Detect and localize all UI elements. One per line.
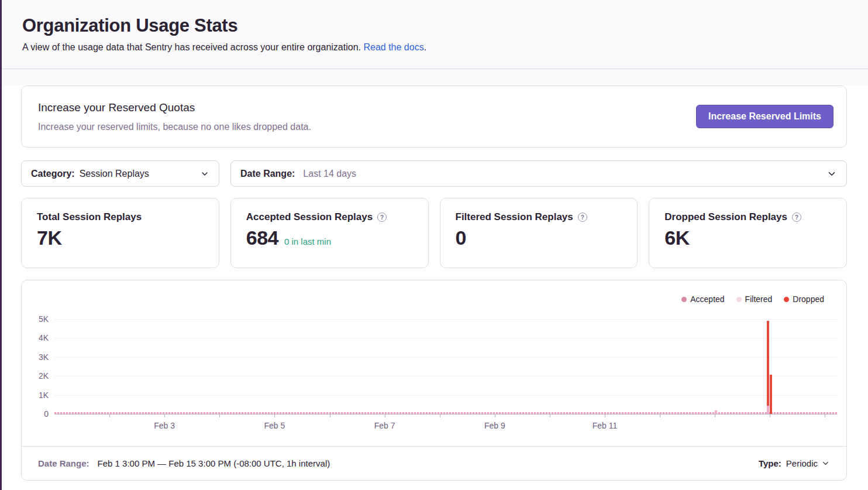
date-range-select-value: Last 14 days bbox=[303, 169, 356, 179]
reserved-quotas-description: Increase your reserved limits, because n… bbox=[38, 122, 311, 132]
scorecards-row: Total Session Replays 7K Accepted Sessio… bbox=[21, 198, 847, 268]
scorecard-value: 0 bbox=[456, 227, 466, 249]
gridline bbox=[54, 376, 837, 376]
scorecard-title: Total Session Replays bbox=[37, 211, 142, 223]
dropped-dot-icon bbox=[784, 297, 789, 302]
legend-label: Filtered bbox=[745, 294, 773, 304]
dropped-bar bbox=[770, 375, 772, 414]
help-icon[interactable]: ? bbox=[377, 213, 387, 222]
x-axis-tick bbox=[440, 414, 440, 417]
x-axis-tick bbox=[330, 414, 330, 417]
page-header: Organization Usage Stats A view of the u… bbox=[0, 0, 868, 69]
scorecard-value: 7K bbox=[37, 227, 61, 249]
usage-chart: Accepted Filtered Dropped 01K2K3K4K5KFeb… bbox=[22, 280, 846, 446]
reserved-quotas-banner: Increase your Reserved Quotas Increase y… bbox=[21, 85, 847, 148]
x-axis-tick bbox=[219, 414, 220, 417]
filtered-dot-icon bbox=[736, 297, 742, 302]
scorecard-title: Accepted Session Replays bbox=[246, 211, 373, 223]
reserved-quotas-title: Increase your Reserved Quotas bbox=[38, 101, 311, 114]
gridline bbox=[54, 395, 837, 396]
x-axis-tick bbox=[605, 414, 605, 417]
x-axis-tick bbox=[385, 414, 385, 417]
footer-type-label: Type: bbox=[759, 458, 781, 468]
scorecard-dropped: Dropped Session Replays ? 6K bbox=[649, 198, 847, 268]
scorecard-trend: 0 in last min bbox=[284, 237, 331, 246]
x-axis-label: Feb 11 bbox=[593, 421, 618, 430]
accepted-baseline-bars bbox=[54, 412, 837, 414]
accepted-dot-icon bbox=[681, 297, 687, 302]
y-axis-label: 0 bbox=[25, 409, 49, 419]
increase-reserved-limits-button[interactable]: Increase Reserved Limits bbox=[696, 105, 833, 128]
chevron-down-icon bbox=[821, 459, 830, 468]
legend-item-filtered[interactable]: Filtered bbox=[736, 294, 773, 304]
subtitle-period: . bbox=[424, 42, 426, 52]
x-axis-label: Feb 3 bbox=[154, 421, 175, 430]
gridline bbox=[54, 319, 837, 320]
usage-chart-card: Accepted Filtered Dropped 01K2K3K4K5KFeb… bbox=[21, 280, 847, 481]
x-axis-label: Feb 9 bbox=[484, 421, 505, 430]
chevron-down-icon bbox=[826, 169, 837, 179]
footer-type-value: Periodic bbox=[786, 458, 818, 468]
scorecard-title: Dropped Session Replays bbox=[664, 211, 787, 223]
chevron-down-icon bbox=[200, 169, 209, 179]
category-select[interactable]: Category: Session Replays bbox=[21, 160, 219, 187]
x-axis-label: Feb 5 bbox=[264, 421, 285, 430]
footer-date-range-value: Feb 1 3:00 PM — Feb 15 3:00 PM (-08:00 U… bbox=[98, 458, 330, 468]
scorecard-title: Filtered Session Replays bbox=[456, 211, 573, 223]
date-range-select[interactable]: Date Range: Last 14 days bbox=[230, 160, 847, 187]
scorecard-filtered: Filtered Session Replays ? 0 bbox=[440, 198, 638, 268]
y-axis-label: 3K bbox=[25, 352, 49, 362]
page-title: Organization Usage Stats bbox=[22, 15, 846, 36]
x-axis-line bbox=[54, 414, 837, 414]
filters-row: Category: Session Replays Date Range: La… bbox=[21, 160, 847, 187]
x-axis-tick bbox=[274, 414, 275, 417]
gridline bbox=[54, 338, 837, 338]
chart-plot-area: 01K2K3K4K5KFeb 3Feb 5Feb 7Feb 9Feb 11 bbox=[22, 280, 846, 446]
x-axis-tick bbox=[550, 414, 550, 417]
footer-date-range-label: Date Range: bbox=[38, 458, 89, 468]
scorecard-value: 6K bbox=[664, 227, 689, 249]
scorecard-accepted: Accepted Session Replays ? 684 0 in last… bbox=[230, 198, 429, 268]
page-subtitle: A view of the usage data that Sentry has… bbox=[22, 42, 846, 53]
chart-legend: Accepted Filtered Dropped bbox=[681, 294, 824, 304]
legend-label: Dropped bbox=[793, 294, 824, 304]
x-axis-tick bbox=[164, 414, 165, 417]
category-select-label: Category: bbox=[31, 169, 75, 179]
gridline bbox=[54, 357, 837, 358]
chart-footer: Date Range: Feb 1 3:00 PM — Feb 15 3:00 … bbox=[22, 446, 846, 480]
accepted-bar bbox=[715, 410, 717, 414]
scorecard-total: Total Session Replays 7K bbox=[21, 198, 219, 268]
y-axis-label: 5K bbox=[25, 314, 49, 324]
y-axis-label: 4K bbox=[25, 333, 49, 342]
accepted-bar bbox=[767, 406, 769, 414]
help-icon[interactable]: ? bbox=[792, 213, 801, 222]
y-axis-label: 2K bbox=[25, 371, 49, 381]
main-content: Increase your Reserved Quotas Increase y… bbox=[0, 85, 868, 490]
x-axis-tick bbox=[109, 414, 110, 417]
help-icon[interactable]: ? bbox=[578, 213, 587, 222]
footer-date-range: Date Range: Feb 1 3:00 PM — Feb 15 3:00 … bbox=[38, 458, 330, 468]
dropped-bar bbox=[767, 321, 769, 406]
date-range-select-label: Date Range: bbox=[240, 169, 295, 179]
subtitle-text: A view of the usage data that Sentry has… bbox=[22, 42, 361, 52]
x-axis-label: Feb 7 bbox=[374, 421, 395, 430]
x-axis-tick bbox=[660, 414, 660, 417]
legend-label: Accepted bbox=[690, 294, 724, 304]
category-select-value: Session Replays bbox=[80, 169, 149, 179]
scorecard-value: 684 bbox=[246, 227, 278, 249]
reserved-quotas-text: Increase your Reserved Quotas Increase y… bbox=[38, 101, 311, 132]
x-axis-tick bbox=[495, 414, 495, 417]
read-the-docs-link[interactable]: Read the docs bbox=[363, 42, 423, 52]
sidebar-edge-line bbox=[0, 0, 2, 490]
x-axis-tick bbox=[825, 414, 825, 417]
legend-item-dropped[interactable]: Dropped bbox=[784, 294, 824, 304]
x-axis-tick bbox=[715, 414, 715, 417]
legend-item-accepted[interactable]: Accepted bbox=[681, 294, 724, 304]
footer-type-select[interactable]: Type: Periodic bbox=[759, 458, 830, 468]
y-axis-label: 1K bbox=[25, 390, 49, 400]
x-axis-tick bbox=[770, 414, 770, 417]
